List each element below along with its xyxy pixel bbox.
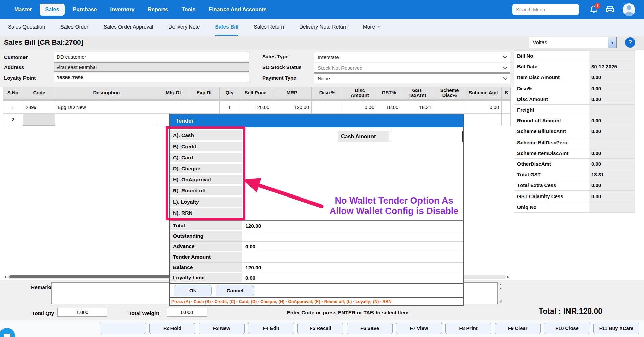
summary-value[interactable]: 30-12-2025 xyxy=(589,61,635,72)
grid-cell[interactable]: 0.00 xyxy=(343,101,377,113)
loyalty-point-input[interactable] xyxy=(54,73,249,82)
cash-amount-input[interactable] xyxy=(390,131,463,142)
grid-cell[interactable]: 0.00 xyxy=(465,101,502,113)
summary-value[interactable]: 0.00 xyxy=(589,191,635,201)
grid-column-header[interactable]: Qty xyxy=(220,87,239,99)
grid-cell[interactable]: 1 xyxy=(3,101,23,113)
payment-type-select[interactable]: None xyxy=(314,73,510,83)
summary-value[interactable]: 18.31 xyxy=(589,169,635,180)
sub-nav-item[interactable]: Sales Order xyxy=(60,19,88,36)
grid-cell[interactable]: 18.00 xyxy=(377,101,401,113)
function-key-button[interactable]: F10 Close xyxy=(544,323,590,334)
top-nav-item[interactable]: Tools xyxy=(176,4,201,16)
function-key-button[interactable]: F9 Clear xyxy=(495,323,541,334)
summary-value[interactable]: 0.00 xyxy=(589,180,635,190)
summary-value[interactable]: 0.00 xyxy=(589,159,635,169)
so-stock-status-select[interactable]: Stock Not Reserved xyxy=(314,63,510,73)
total-qty-input[interactable] xyxy=(57,308,107,317)
function-key-button[interactable]: F4 Edit xyxy=(248,323,294,334)
grid-column-header[interactable]: Scheme Disc% xyxy=(434,87,465,99)
grid-column-header[interactable]: S xyxy=(502,87,511,99)
function-key-button[interactable]: F5 Recall xyxy=(297,323,343,334)
company-selector[interactable]: Voltas ▼ xyxy=(529,37,617,48)
sub-nav-item[interactable]: Sales Return xyxy=(254,19,284,36)
user-avatar[interactable] xyxy=(623,3,635,16)
grid-cell[interactable] xyxy=(23,114,55,126)
grid-cell[interactable]: Egg DD New xyxy=(55,101,158,113)
sub-nav-item[interactable]: Sales Quotation xyxy=(8,19,45,36)
total-weight-input[interactable] xyxy=(167,308,207,317)
remarks-scroll-arrows[interactable]: ▲▼ xyxy=(499,283,502,290)
grid-cell[interactable]: 120.00 xyxy=(272,101,312,113)
top-nav-item[interactable]: Sales xyxy=(40,4,65,16)
grid-cell[interactable] xyxy=(55,114,158,126)
grid-cell[interactable]: 120.00 xyxy=(239,101,272,113)
function-key-button[interactable] xyxy=(100,323,146,334)
tender-option[interactable]: D). Cheque xyxy=(170,164,242,173)
tender-option[interactable]: C). Card xyxy=(170,153,242,162)
grid-cell[interactable]: 1 xyxy=(220,101,239,113)
grid-column-header[interactable]: Description xyxy=(55,87,158,99)
summary-value[interactable]: 0.00 xyxy=(589,148,635,158)
grid-column-header[interactable]: Exp Dt xyxy=(189,87,220,99)
summary-value[interactable]: 0.00 xyxy=(589,72,635,82)
function-key-button[interactable]: F11 Buy XCare xyxy=(593,323,639,334)
function-key-button[interactable]: F3 New xyxy=(199,323,245,334)
resize-handle-icon[interactable]: ◢ xyxy=(499,299,501,303)
sub-nav-more[interactable]: More xyxy=(363,19,380,36)
grid-cell[interactable] xyxy=(465,114,502,126)
scroll-right-icon[interactable]: ► xyxy=(506,275,511,279)
print-button[interactable] xyxy=(606,6,614,14)
tender-option[interactable]: H). OnApproval xyxy=(170,175,242,184)
grid-cell[interactable] xyxy=(502,101,511,113)
function-key-button[interactable]: F7 View xyxy=(396,323,442,334)
tender-option[interactable]: B). Credit xyxy=(170,142,242,151)
cancel-button[interactable]: Cancel xyxy=(216,285,254,296)
tender-option[interactable]: A). Cash xyxy=(170,130,242,140)
top-nav-item[interactable]: Reports xyxy=(142,4,174,16)
search-input[interactable] xyxy=(512,4,579,15)
summary-value[interactable]: 0.00 xyxy=(589,115,635,126)
ok-button[interactable]: Ok xyxy=(174,285,212,296)
top-nav-item[interactable]: Master xyxy=(9,4,38,16)
top-nav-item[interactable]: Inventory xyxy=(104,4,140,16)
grid-cell[interactable]: 18.31 xyxy=(401,101,434,113)
summary-value[interactable]: 0.00 xyxy=(589,94,635,104)
grid-column-header[interactable]: Disc Amount xyxy=(343,87,377,99)
summary-value[interactable] xyxy=(589,137,635,148)
top-nav-item[interactable]: Finance And Accounts xyxy=(203,4,272,16)
function-key-button[interactable]: F8 Print xyxy=(445,323,491,334)
sub-nav-item[interactable]: Sales Bill xyxy=(215,19,238,36)
sub-nav-item[interactable]: Sales Order Approval xyxy=(104,19,153,36)
function-key-button[interactable]: F2 Hold xyxy=(149,323,195,334)
grid-column-header[interactable]: Scheme Amt xyxy=(465,87,502,99)
grid-cell[interactable] xyxy=(158,101,189,113)
summary-value[interactable]: 0.00 xyxy=(589,126,635,136)
top-nav-item[interactable]: Purchase xyxy=(67,4,102,16)
grid-column-header[interactable]: Code xyxy=(23,87,55,99)
sub-nav-item[interactable]: Delivery Note xyxy=(168,19,200,36)
grid-column-header[interactable]: S.No xyxy=(3,87,23,99)
grid-column-header[interactable]: MRP xyxy=(272,87,312,99)
grid-column-header[interactable]: Sell Price xyxy=(239,87,272,99)
grid-cell[interactable] xyxy=(189,101,220,113)
tender-option[interactable]: R). Round off xyxy=(170,186,242,195)
function-key-button[interactable]: F6 Save xyxy=(347,323,393,334)
grid-cell[interactable] xyxy=(312,101,343,113)
sales-type-select[interactable]: Interstate xyxy=(314,52,510,62)
grid-cell[interactable]: 2399 xyxy=(23,101,55,113)
summary-value[interactable]: 0.00 xyxy=(589,83,635,94)
summary-value[interactable] xyxy=(589,51,635,61)
grid-column-header[interactable]: GST TaxAmt xyxy=(401,87,434,99)
grid-cell[interactable] xyxy=(502,114,511,126)
address-input[interactable] xyxy=(54,62,249,72)
grid-column-header[interactable]: GST% xyxy=(377,87,401,99)
scroll-down-icon[interactable]: ▼ xyxy=(499,287,502,290)
scroll-up-icon[interactable]: ▲ xyxy=(499,283,502,286)
tender-option[interactable]: N). RRN xyxy=(170,208,242,218)
notification-bell-button[interactable]: 1 xyxy=(590,5,598,14)
tender-option[interactable]: L). Loyalty xyxy=(170,197,242,207)
summary-value[interactable] xyxy=(589,202,635,212)
summary-value[interactable] xyxy=(589,105,635,115)
grid-column-header[interactable]: Mfg Dt xyxy=(158,87,189,99)
